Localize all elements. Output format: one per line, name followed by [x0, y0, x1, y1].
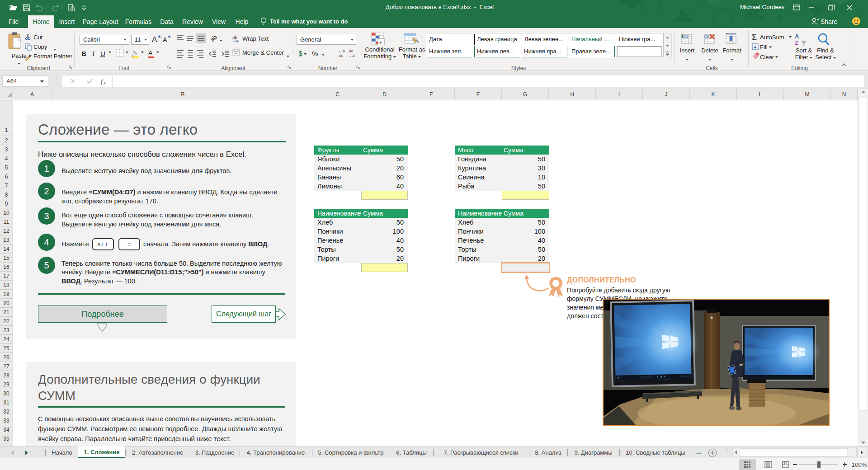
svg-text:.00: .00 [348, 49, 354, 53]
svg-text:Σ: Σ [752, 33, 757, 42]
svg-text:$: $ [298, 50, 302, 57]
svg-text:ab: ab [209, 33, 218, 43]
svg-text:AutoSum: AutoSum [760, 34, 784, 41]
svg-text:U: U [100, 50, 105, 57]
svg-text:%: % [312, 50, 318, 57]
svg-text:A: A [795, 33, 799, 40]
svg-text:A: A [152, 35, 157, 44]
svg-text:ab: ab [232, 35, 238, 40]
svg-text:Z: Z [795, 39, 798, 46]
svg-text:≠: ≠ [379, 40, 382, 45]
svg-text:Clear: Clear [760, 54, 774, 61]
svg-text:Fill: Fill [760, 44, 768, 51]
svg-text:,: , [322, 48, 324, 57]
svg-text:B: B [81, 50, 86, 57]
svg-text:A: A [148, 49, 153, 56]
svg-text:x: x [103, 80, 106, 85]
svg-text:.00: .00 [338, 54, 344, 58]
svg-text:←.0: ←.0 [338, 49, 345, 53]
svg-text:A: A [163, 36, 167, 43]
svg-text:→.0: →.0 [348, 54, 355, 58]
svg-text:I: I [92, 50, 95, 57]
